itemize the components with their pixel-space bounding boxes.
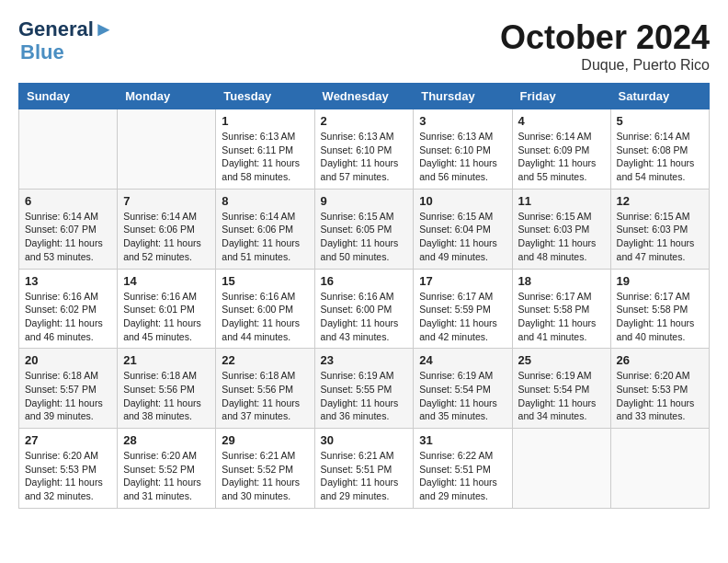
calendar-cell: 15Sunrise: 6:16 AMSunset: 6:00 PMDayligh… xyxy=(216,269,314,349)
calendar-weekday-wednesday: Wednesday xyxy=(314,84,414,109)
day-info: Sunrise: 6:16 AMSunset: 6:01 PMDaylight:… xyxy=(123,290,210,344)
calendar-weekday-friday: Friday xyxy=(512,84,610,109)
day-number: 31 xyxy=(419,433,506,447)
calendar-cell: 1Sunrise: 6:13 AMSunset: 6:11 PMDaylight… xyxy=(216,109,314,190)
day-info: Sunrise: 6:14 AMSunset: 6:07 PMDaylight:… xyxy=(25,210,111,264)
title-block: October 2024 Duque, Puerto Rico xyxy=(500,18,710,74)
day-number: 18 xyxy=(518,274,605,288)
calendar-cell xyxy=(118,109,216,190)
calendar-week-2: 6Sunrise: 6:14 AMSunset: 6:07 PMDaylight… xyxy=(19,189,710,269)
calendar-cell: 28Sunrise: 6:20 AMSunset: 5:52 PMDayligh… xyxy=(118,429,216,509)
calendar-cell: 31Sunrise: 6:22 AMSunset: 5:51 PMDayligh… xyxy=(414,429,512,509)
location: Duque, Puerto Rico xyxy=(500,57,710,74)
day-number: 16 xyxy=(321,274,408,288)
calendar-cell: 16Sunrise: 6:16 AMSunset: 6:00 PMDayligh… xyxy=(314,269,414,349)
day-number: 11 xyxy=(518,194,605,208)
day-number: 29 xyxy=(222,433,308,447)
logo: General► Blue xyxy=(18,18,114,64)
day-info: Sunrise: 6:15 AMSunset: 6:04 PMDaylight:… xyxy=(419,210,506,264)
day-number: 15 xyxy=(222,274,308,288)
calendar-cell: 30Sunrise: 6:21 AMSunset: 5:51 PMDayligh… xyxy=(314,429,414,509)
calendar-cell: 3Sunrise: 6:13 AMSunset: 6:10 PMDaylight… xyxy=(414,109,512,190)
day-info: Sunrise: 6:13 AMSunset: 6:10 PMDaylight:… xyxy=(321,130,408,184)
calendar-cell: 18Sunrise: 6:17 AMSunset: 5:58 PMDayligh… xyxy=(512,269,610,349)
day-number: 2 xyxy=(321,114,408,128)
day-info: Sunrise: 6:14 AMSunset: 6:09 PMDaylight:… xyxy=(518,130,605,184)
day-number: 14 xyxy=(123,274,210,288)
day-number: 12 xyxy=(617,194,703,208)
calendar-week-4: 20Sunrise: 6:18 AMSunset: 5:57 PMDayligh… xyxy=(19,349,710,429)
calendar-cell: 11Sunrise: 6:15 AMSunset: 6:03 PMDayligh… xyxy=(512,189,610,269)
day-number: 23 xyxy=(321,353,408,367)
calendar-cell xyxy=(19,109,118,190)
calendar-cell: 26Sunrise: 6:20 AMSunset: 5:53 PMDayligh… xyxy=(610,349,709,429)
calendar-weekday-thursday: Thursday xyxy=(414,84,512,109)
day-number: 20 xyxy=(25,353,111,367)
calendar-week-1: 1Sunrise: 6:13 AMSunset: 6:11 PMDaylight… xyxy=(19,109,710,190)
logo-text: General► xyxy=(18,18,114,40)
day-info: Sunrise: 6:14 AMSunset: 6:06 PMDaylight:… xyxy=(123,210,210,264)
calendar-cell: 4Sunrise: 6:14 AMSunset: 6:09 PMDaylight… xyxy=(512,109,610,190)
day-info: Sunrise: 6:16 AMSunset: 6:00 PMDaylight:… xyxy=(321,290,408,344)
logo-blue-text: Blue xyxy=(20,40,64,64)
calendar-cell: 12Sunrise: 6:15 AMSunset: 6:03 PMDayligh… xyxy=(610,189,709,269)
day-number: 21 xyxy=(123,353,210,367)
day-number: 22 xyxy=(222,353,308,367)
calendar-cell xyxy=(512,429,610,509)
day-info: Sunrise: 6:17 AMSunset: 5:58 PMDaylight:… xyxy=(518,290,605,344)
calendar-week-5: 27Sunrise: 6:20 AMSunset: 5:53 PMDayligh… xyxy=(19,429,710,509)
calendar-weekday-sunday: Sunday xyxy=(19,84,118,109)
day-number: 9 xyxy=(321,194,408,208)
day-number: 1 xyxy=(222,114,308,128)
day-info: Sunrise: 6:18 AMSunset: 5:57 PMDaylight:… xyxy=(25,369,111,423)
calendar-weekday-monday: Monday xyxy=(118,84,216,109)
day-info: Sunrise: 6:20 AMSunset: 5:53 PMDaylight:… xyxy=(25,449,111,503)
day-info: Sunrise: 6:18 AMSunset: 5:56 PMDaylight:… xyxy=(222,369,308,423)
day-info: Sunrise: 6:20 AMSunset: 5:52 PMDaylight:… xyxy=(123,449,210,503)
day-number: 4 xyxy=(518,114,605,128)
calendar-cell: 2Sunrise: 6:13 AMSunset: 6:10 PMDaylight… xyxy=(314,109,414,190)
day-number: 10 xyxy=(419,194,506,208)
day-info: Sunrise: 6:21 AMSunset: 5:52 PMDaylight:… xyxy=(222,449,308,503)
day-number: 5 xyxy=(617,114,703,128)
calendar-cell: 17Sunrise: 6:17 AMSunset: 5:59 PMDayligh… xyxy=(414,269,512,349)
calendar-cell: 23Sunrise: 6:19 AMSunset: 5:55 PMDayligh… xyxy=(314,349,414,429)
day-number: 25 xyxy=(518,353,605,367)
calendar-week-3: 13Sunrise: 6:16 AMSunset: 6:02 PMDayligh… xyxy=(19,269,710,349)
day-number: 30 xyxy=(321,433,408,447)
day-number: 27 xyxy=(25,433,111,447)
day-info: Sunrise: 6:16 AMSunset: 6:02 PMDaylight:… xyxy=(25,290,111,344)
day-info: Sunrise: 6:15 AMSunset: 6:03 PMDaylight:… xyxy=(617,210,703,264)
calendar-cell: 27Sunrise: 6:20 AMSunset: 5:53 PMDayligh… xyxy=(19,429,118,509)
calendar-cell: 20Sunrise: 6:18 AMSunset: 5:57 PMDayligh… xyxy=(19,349,118,429)
calendar-cell: 9Sunrise: 6:15 AMSunset: 6:05 PMDaylight… xyxy=(314,189,414,269)
calendar-cell xyxy=(610,429,709,509)
day-info: Sunrise: 6:16 AMSunset: 6:00 PMDaylight:… xyxy=(222,290,308,344)
calendar-cell: 6Sunrise: 6:14 AMSunset: 6:07 PMDaylight… xyxy=(19,189,118,269)
calendar-table: SundayMondayTuesdayWednesdayThursdayFrid… xyxy=(18,83,710,509)
calendar-cell: 24Sunrise: 6:19 AMSunset: 5:54 PMDayligh… xyxy=(414,349,512,429)
day-number: 13 xyxy=(25,274,111,288)
day-info: Sunrise: 6:19 AMSunset: 5:54 PMDaylight:… xyxy=(419,369,506,423)
calendar-cell: 25Sunrise: 6:19 AMSunset: 5:54 PMDayligh… xyxy=(512,349,610,429)
day-info: Sunrise: 6:17 AMSunset: 5:59 PMDaylight:… xyxy=(419,290,506,344)
day-info: Sunrise: 6:19 AMSunset: 5:55 PMDaylight:… xyxy=(321,369,408,423)
calendar-weekday-saturday: Saturday xyxy=(610,84,709,109)
calendar-cell: 8Sunrise: 6:14 AMSunset: 6:06 PMDaylight… xyxy=(216,189,314,269)
calendar-weekday-tuesday: Tuesday xyxy=(216,84,314,109)
month-title: October 2024 xyxy=(500,18,710,57)
day-number: 28 xyxy=(123,433,210,447)
day-info: Sunrise: 6:22 AMSunset: 5:51 PMDaylight:… xyxy=(419,449,506,503)
day-info: Sunrise: 6:14 AMSunset: 6:06 PMDaylight:… xyxy=(222,210,308,264)
calendar-cell: 5Sunrise: 6:14 AMSunset: 6:08 PMDaylight… xyxy=(610,109,709,190)
calendar-cell: 10Sunrise: 6:15 AMSunset: 6:04 PMDayligh… xyxy=(414,189,512,269)
day-number: 24 xyxy=(419,353,506,367)
day-number: 6 xyxy=(25,194,111,208)
day-number: 7 xyxy=(123,194,210,208)
day-number: 26 xyxy=(617,353,703,367)
day-info: Sunrise: 6:20 AMSunset: 5:53 PMDaylight:… xyxy=(617,369,703,423)
day-number: 3 xyxy=(419,114,506,128)
calendar-cell: 29Sunrise: 6:21 AMSunset: 5:52 PMDayligh… xyxy=(216,429,314,509)
day-number: 17 xyxy=(419,274,506,288)
calendar-header-row: SundayMondayTuesdayWednesdayThursdayFrid… xyxy=(19,84,710,109)
